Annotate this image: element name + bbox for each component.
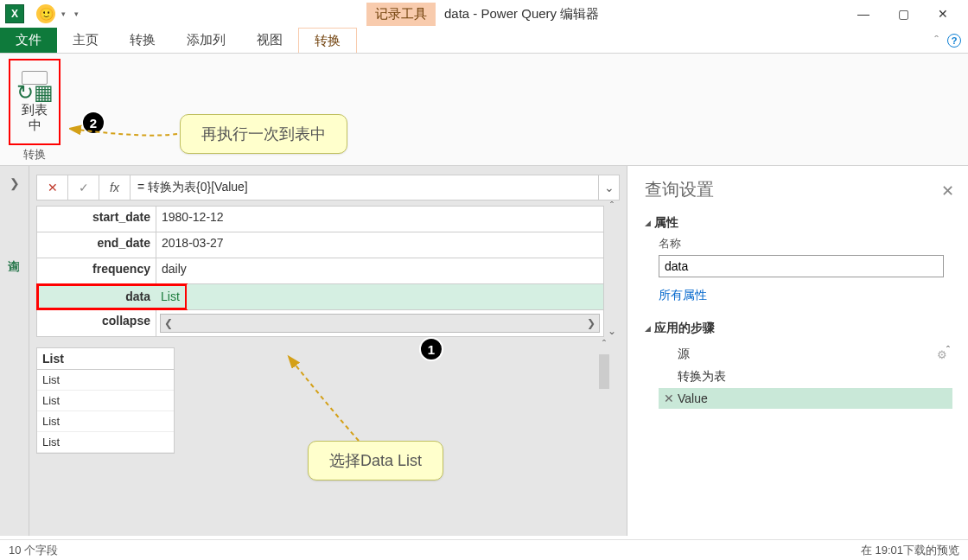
tab-view[interactable]: 视图 [241, 28, 298, 53]
collapse-ribbon-icon[interactable]: ˆ [934, 34, 939, 48]
ribbon-group-transform: ↻▦ 到表 中 转换 [3, 57, 66, 165]
status-left: 10 个字段 [9, 543, 58, 558]
left-nav-strip: ❯ 查询 [0, 166, 29, 536]
scroll-down-icon[interactable]: ⌄ [608, 325, 616, 337]
excel-icon: X [5, 4, 24, 23]
ribbon-tabs: 文件 主页 转换 添加列 视图 转换 ˆ ? [0, 28, 968, 54]
close-button[interactable]: ✕ [923, 1, 963, 27]
prop-val: 2018-03-27 [156, 232, 603, 258]
horizontal-scrollbar[interactable]: ❮ ❯ [160, 314, 600, 333]
to-table-label: 到表 中 [22, 102, 48, 133]
section-properties[interactable]: ◢属性 [645, 215, 954, 231]
prop-val: List [156, 283, 188, 310]
refresh-arrow-icon: ↻▦ [16, 85, 54, 100]
formula-bar: ✕ ✓ fx ⌄ [36, 175, 620, 200]
step-source[interactable]: 源 ⚙ [659, 343, 952, 366]
prop-key: frequency [37, 258, 156, 283]
applied-steps-list: 源 ⚙ 转换为表 ✕ Value [659, 343, 952, 409]
callout-1: 再执行一次到表中 [180, 114, 347, 154]
to-table-button[interactable]: ↻▦ 到表 中 [9, 59, 60, 145]
list-item[interactable]: List [37, 370, 174, 391]
scroll-up-icon[interactable]: ˆ [602, 339, 606, 351]
scroll-up-icon[interactable]: ˆ [610, 200, 614, 213]
status-bar: 10 个字段 在 19:01下载的预览 [0, 539, 968, 560]
formula-accept-icon[interactable]: ✓ [68, 175, 99, 200]
quick-access-toolbar: X 🙂 ▾ ▾ [5, 4, 81, 23]
main-area: ❯ 查询 ✕ ✓ fx ⌄ start_date 1980-12-12 end_… [0, 166, 968, 536]
prop-val: daily [156, 258, 603, 283]
name-label: 名称 [659, 236, 954, 251]
query-settings-pane: 查询设置 ✕ ◢属性 名称 所有属性 ◢应用的步骤 源 ⚙ 转换为表 ✕ [627, 166, 968, 536]
prop-val: 1980-12-12 [156, 207, 603, 232]
query-settings-title: 查询设置 [645, 178, 954, 201]
step-to-table[interactable]: 转换为表 [659, 366, 952, 388]
formula-input[interactable] [131, 181, 598, 194]
prop-row-collapse[interactable]: collapse ❮ ❯ [37, 310, 603, 336]
formula-expand-icon[interactable]: ⌄ [598, 175, 619, 200]
step-value[interactable]: ✕ Value [659, 388, 952, 409]
ribbon-group-label: 转换 [23, 147, 46, 162]
prop-row-data[interactable]: data List [37, 284, 603, 310]
steps-scrollbar[interactable]: ˆ [940, 343, 956, 359]
window-title: data - Power Query 编辑器 [444, 6, 599, 22]
prop-key: collapse [37, 310, 156, 336]
step-label: 转换为表 [678, 369, 726, 385]
maximize-button[interactable]: ▢ [883, 1, 923, 27]
prop-key: end_date [37, 232, 156, 258]
all-properties-link[interactable]: 所有属性 [659, 288, 954, 303]
qat-overflow-icon[interactable]: ▾ [72, 10, 81, 18]
scroll-right-icon[interactable]: ❯ [587, 317, 595, 329]
formula-cancel-icon[interactable]: ✕ [37, 175, 68, 200]
prop-key: start_date [37, 207, 156, 232]
fx-label[interactable]: fx [99, 175, 131, 200]
ribbon-body: ↻▦ 到表 中 转换 [0, 54, 968, 166]
smile-icon[interactable]: 🙂 [36, 4, 55, 23]
step-label: 源 [678, 347, 690, 362]
annotation-number-1: 1 [419, 337, 443, 361]
window-controls: — ▢ ✕ [844, 1, 963, 27]
list-item[interactable]: List [37, 411, 174, 432]
minimize-button[interactable]: — [844, 1, 883, 27]
delete-step-icon[interactable]: ✕ [664, 391, 678, 405]
tab-file[interactable]: 文件 [0, 28, 57, 53]
prop-row-frequency[interactable]: frequency daily [37, 258, 603, 284]
annotation-number-2: 2 [81, 111, 105, 135]
prop-row-end-date[interactable]: end_date 2018-03-27 [37, 232, 603, 258]
triangle-down-icon: ◢ [645, 324, 651, 333]
list-vertical-scrollbar[interactable]: ˆ [596, 337, 612, 391]
status-right: 在 19:01下载的预览 [861, 543, 959, 558]
title-bar: X 🙂 ▾ ▾ 记录工具 data - Power Query 编辑器 — ▢ … [0, 0, 968, 28]
preview-list: List List List List List [36, 347, 175, 454]
contextual-tab-label: 记录工具 [366, 3, 436, 26]
scroll-left-icon[interactable]: ❮ [164, 317, 173, 329]
qat-dropdown-icon[interactable]: ▾ [59, 10, 68, 18]
prop-row-start-date[interactable]: start_date 1980-12-12 [37, 207, 603, 232]
prop-key: data [36, 283, 156, 310]
table-icon [22, 71, 48, 85]
list-item[interactable]: List [37, 432, 174, 453]
scrollbar-thumb[interactable] [599, 354, 609, 389]
pane-close-icon[interactable]: ✕ [941, 181, 954, 200]
list-item[interactable]: List [37, 391, 174, 411]
step-label: Value [678, 391, 708, 405]
tab-contextual-transform[interactable]: 转换 [298, 28, 357, 53]
list-header: List [37, 348, 174, 370]
triangle-down-icon: ◢ [645, 219, 651, 227]
vertical-scrollbar[interactable]: ˆ ⌄ [604, 200, 620, 337]
scroll-up-icon[interactable]: ˆ [940, 345, 956, 357]
query-name-input[interactable] [659, 255, 944, 277]
callout-2: 选择Data List [308, 441, 443, 480]
tab-home[interactable]: 主页 [57, 28, 114, 53]
help-icon[interactable]: ? [947, 34, 961, 48]
tab-transform[interactable]: 转换 [114, 28, 171, 53]
prop-val: ❮ ❯ [156, 310, 603, 336]
record-properties: start_date 1980-12-12 end_date 2018-03-2… [36, 206, 604, 337]
expand-queries-icon[interactable]: ❯ [10, 176, 20, 190]
tab-add-column[interactable]: 添加列 [171, 28, 241, 53]
section-applied-steps[interactable]: ◢应用的步骤 [645, 321, 954, 336]
